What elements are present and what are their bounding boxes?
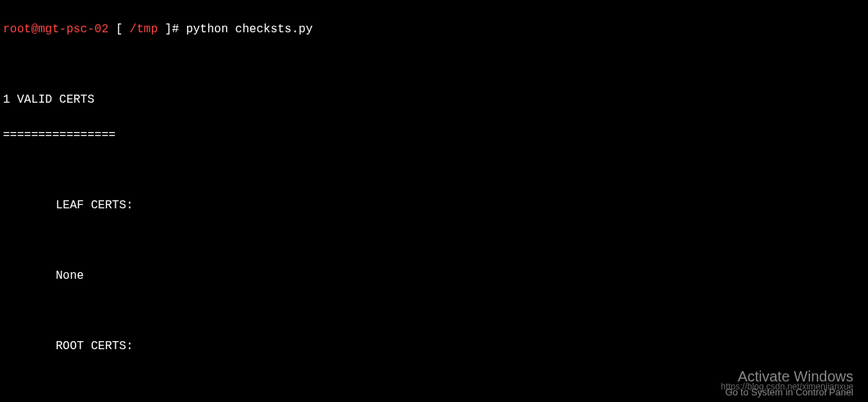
terminal-output: root@mgt-psc-02 [ /tmp ]# python checkst… bbox=[3, 3, 865, 402]
leaf-certs-label: LEAF CERTS: bbox=[3, 197, 865, 214]
valid-certs-header: 1 VALID CERTS bbox=[3, 91, 865, 109]
root-certs-label: ROOT CERTS: bbox=[3, 337, 865, 355]
prompt-path: /tmp bbox=[130, 23, 158, 36]
prompt-bracket-close: ]# bbox=[158, 23, 185, 36]
prompt-bracket-open: [ bbox=[108, 23, 130, 36]
leaf-certs-value: None bbox=[3, 267, 865, 285]
goto-system-watermark: Go to System in Control Panel bbox=[725, 385, 853, 400]
prompt-user-host: root@mgt-psc-02 bbox=[3, 23, 108, 36]
command-text: python checksts.py bbox=[186, 23, 313, 36]
valid-certs-separator: ================ bbox=[3, 126, 865, 144]
prompt-line: root@mgt-psc-02 [ /tmp ]# python checkst… bbox=[3, 21, 865, 38]
